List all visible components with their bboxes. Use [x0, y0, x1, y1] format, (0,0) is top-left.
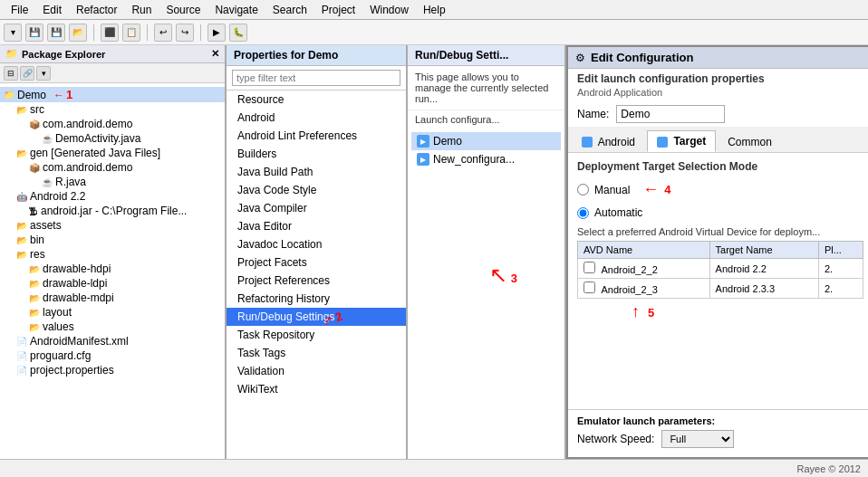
tree-item-projectprops[interactable]: 📄 project.properties: [0, 363, 225, 377]
tab-android[interactable]: Android: [572, 131, 645, 152]
tree-item-demo[interactable]: 📁 Demo ← 1: [0, 87, 225, 102]
tree-item-demoactivity[interactable]: ☕ DemoActivity.java: [0, 131, 225, 146]
toolbar-btn-5[interactable]: ⬛: [101, 24, 119, 42]
tree-item-ldpi[interactable]: 📂 drawable-ldpi: [0, 276, 225, 291]
avd-row-2[interactable]: Android_2_3 Android 2.3.3 2.: [578, 279, 863, 299]
avd-table: AVD Name Target Name Pl... Android_2_2 A…: [577, 241, 863, 299]
tree-item-manifest[interactable]: 📄 AndroidManifest.xml: [0, 334, 225, 348]
tree-item-gen[interactable]: 📂 gen [Generated Java Files]: [0, 146, 225, 160]
props-item-wikitext[interactable]: WikiText: [227, 380, 406, 398]
manual-radio[interactable]: [577, 184, 589, 196]
tab-target[interactable]: Target: [647, 130, 716, 152]
avd-row-1[interactable]: Android_2_2 Android 2.2 2.: [578, 259, 863, 279]
menu-search[interactable]: Search: [265, 2, 314, 18]
menu-project[interactable]: Project: [314, 2, 362, 18]
tree-item-bin[interactable]: 📂 bin: [0, 233, 225, 247]
menu-edit[interactable]: Edit: [35, 2, 69, 18]
collapse-btn[interactable]: ⊟: [4, 66, 18, 81]
props-item-builders[interactable]: Builders: [227, 145, 406, 163]
tree-item-pkg1[interactable]: 📦 com.android.demo: [0, 117, 225, 131]
props-item-refactoring[interactable]: Refactoring History: [227, 290, 406, 308]
rundebug-desc: This page allows you to manage the curre…: [408, 66, 564, 110]
props-item-javaeditor[interactable]: Java Editor: [227, 217, 406, 235]
package-explorer-toolbar: ⊟ 🔗 ▾: [0, 63, 225, 83]
annotation-3-num: 3: [511, 272, 517, 285]
menu-btn[interactable]: ▾: [36, 66, 51, 81]
automatic-radio-label: Automatic: [594, 206, 642, 219]
toolbar-btn-8[interactable]: ↪: [176, 24, 194, 42]
res-icon: 📂: [16, 250, 27, 260]
name-row: Name:: [568, 101, 868, 128]
config-demo-icon: ▶: [417, 135, 429, 148]
tree-item-proguard[interactable]: 📄 proguard.cfg: [0, 348, 225, 363]
config-item-demo[interactable]: ▶ Demo: [411, 132, 561, 150]
props-item-projectrefs[interactable]: Project References: [227, 272, 406, 290]
avd-row2-check[interactable]: [583, 281, 595, 293]
props-item-projectfacets[interactable]: Project Facets: [227, 253, 406, 272]
menu-file[interactable]: File: [4, 2, 35, 18]
manual-radio-label: Manual: [594, 184, 630, 196]
ldpi-icon: 📂: [29, 279, 40, 289]
tree-item-layout[interactable]: 📂 layout: [0, 305, 225, 320]
menu-navigate[interactable]: Navigate: [207, 2, 265, 18]
props-item-android[interactable]: Android: [227, 109, 406, 127]
props-item-javacompiler[interactable]: Java Compiler: [227, 199, 406, 217]
assets-icon: 📂: [16, 221, 27, 231]
close-icon[interactable]: ✕: [211, 48, 219, 60]
props-item-javadoc[interactable]: Javadoc Location: [227, 235, 406, 253]
toolbar-btn-1[interactable]: ▾: [4, 24, 22, 42]
menu-help[interactable]: Help: [416, 2, 453, 18]
menu-source[interactable]: Source: [159, 2, 207, 18]
avd-row1-check[interactable]: [583, 262, 595, 273]
toolbar-btn-7[interactable]: ↩: [154, 24, 172, 42]
config-gear-icon: ⚙: [575, 52, 585, 64]
config-item-new[interactable]: ▶ New_configura...: [411, 150, 561, 168]
tree-item-pkg2[interactable]: 📦 com.android.demo: [0, 160, 225, 175]
tree-item-jar[interactable]: 🗜 android.jar - C:\Program File...: [0, 204, 225, 218]
name-label: Name:: [577, 108, 609, 120]
tree-item-android22[interactable]: 🤖 Android 2.2: [0, 189, 225, 204]
tree-item-values[interactable]: 📂 values: [0, 320, 225, 334]
filter-input[interactable]: [232, 70, 400, 86]
tree-item-res[interactable]: 📂 res: [0, 247, 225, 262]
props-item-resource[interactable]: Resource: [227, 91, 406, 109]
props-item-lint[interactable]: Android Lint Preferences: [227, 127, 406, 145]
toolbar-btn-6[interactable]: 📋: [122, 24, 140, 42]
properties-header: Properties for Demo: [227, 45, 406, 66]
package-explorer-icon: 📁: [5, 48, 18, 60]
name-input[interactable]: [616, 105, 725, 123]
tree-item-rjava[interactable]: ☕ R.java: [0, 175, 225, 189]
menu-window[interactable]: Window: [362, 2, 416, 18]
toolbar-btn-10[interactable]: 🐛: [229, 24, 247, 42]
config-new-label: New_configura...: [433, 153, 515, 166]
tree-label-manifest: AndroidManifest.xml: [30, 335, 129, 348]
toolbar-btn-2[interactable]: 💾: [25, 24, 43, 42]
props-item-validation[interactable]: Validation: [227, 362, 406, 380]
toolbar-btn-3[interactable]: 💾: [47, 24, 65, 42]
automatic-radio[interactable]: [577, 207, 589, 219]
watermark: Rayee © 2012: [797, 463, 862, 474]
tab-common[interactable]: Common: [718, 131, 782, 152]
tree-item-assets[interactable]: 📂 assets: [0, 218, 225, 233]
tree-item-demo-label: Demo: [17, 89, 46, 101]
java-icon: ☕: [42, 134, 53, 144]
props-item-rundebug[interactable]: Run/Debug Settings: [227, 308, 406, 326]
manual-radio-row: Manual ← 4: [577, 178, 863, 201]
folder-icon: 📂: [16, 105, 27, 115]
props-item-tasktags[interactable]: Task Tags: [227, 344, 406, 362]
toolbar-btn-4[interactable]: 📂: [69, 24, 87, 42]
toolbar-btn-9[interactable]: ▶: [207, 24, 226, 42]
tree-item-mdpi[interactable]: 📂 drawable-mdpi: [0, 291, 225, 305]
tree-label-projectprops: project.properties: [30, 364, 114, 377]
bin-icon: 📂: [16, 235, 27, 245]
network-speed-select[interactable]: Full: [661, 430, 734, 448]
link-btn[interactable]: 🔗: [20, 66, 34, 81]
props-item-taskrepo[interactable]: Task Repository: [227, 326, 406, 344]
tree-item-src[interactable]: 📂 src: [0, 102, 225, 117]
network-speed-label: Network Speed:: [577, 433, 654, 445]
props-item-javabuildpath[interactable]: Java Build Path: [227, 163, 406, 181]
menu-refactor[interactable]: Refactor: [69, 2, 124, 18]
props-item-javacodestyle[interactable]: Java Code Style: [227, 181, 406, 199]
menu-run[interactable]: Run: [124, 2, 159, 18]
tree-item-hdpi[interactable]: 📂 drawable-hdpi: [0, 262, 225, 276]
